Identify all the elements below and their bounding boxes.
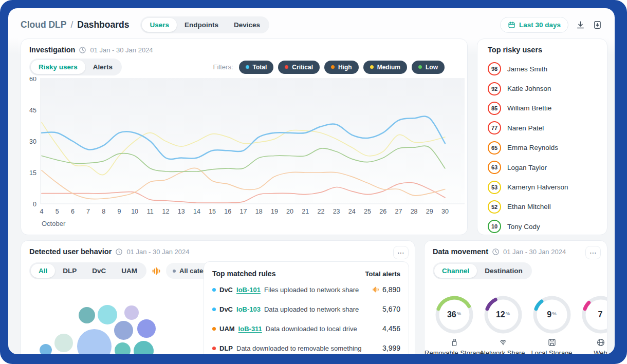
rule-text: Data uploaded to network share: [264, 305, 359, 313]
export-report-button[interactable]: [593, 20, 602, 30]
tab-devices[interactable]: Devices: [226, 18, 268, 32]
top-matched-rules-card: Top matched rules Total alerts DvCIoB-10…: [204, 261, 409, 354]
risky-user-name: Kameryn Halverson: [507, 183, 568, 191]
tab-dlp[interactable]: DLP: [55, 264, 84, 278]
rule-description: DvCIoB-101Files uploaded to network shar…: [212, 286, 359, 294]
date-range-button[interactable]: Last 30 days: [500, 17, 568, 33]
risk-score-badge: 53: [488, 181, 501, 194]
risky-user-row-tony-cody[interactable]: 10Tony Cody: [488, 217, 602, 235]
filter-critical[interactable]: Critical: [278, 61, 320, 74]
filter-medium[interactable]: Medium: [363, 61, 407, 74]
risk-score-badge: 85: [488, 102, 501, 115]
risky-user-row-emma-reynolds[interactable]: 65Emma Reynolds: [488, 138, 602, 158]
risky-user-row-katie-johnson[interactable]: 92Katie Johnson: [488, 79, 602, 98]
equalizer-icon: [152, 266, 161, 276]
rules-title: Top matched rules: [212, 270, 275, 278]
donut-chart: 9%: [532, 295, 571, 334]
tab-alerts[interactable]: Alerts: [85, 60, 120, 74]
removable-storage-icon: [450, 338, 459, 347]
risky-user-name: Tony Cody: [507, 223, 540, 231]
risky-user-name: Katie Johnson: [507, 85, 551, 92]
x-tick-label: 8: [102, 208, 105, 215]
behavior-bubble-5: [98, 305, 117, 324]
behavior-bubble-7: [114, 321, 133, 340]
rule-row-iob-101: DvCIoB-101Files uploaded to network shar…: [204, 280, 409, 299]
equalizer-icon-slot: [152, 266, 161, 276]
risky-user-name: Ethan Mitchell: [507, 203, 551, 210]
brand-cloud-dlp[interactable]: Cloud DLP: [21, 20, 66, 30]
page-frame: Cloud DLP / Dashboards UsersEndpointsDev…: [0, 0, 627, 364]
total-alerts-value: 4,456: [382, 324, 400, 333]
rule-alert-count: 4,456: [378, 324, 400, 333]
filter-label: Medium: [377, 64, 400, 71]
behavior-bubble-8: [137, 319, 156, 338]
filters-row: Filters: TotalCriticalHighMediumLow: [213, 61, 445, 74]
tab-dvc[interactable]: DvC: [84, 264, 114, 278]
tab-uam[interactable]: UAM: [114, 264, 145, 278]
investigation-panel: Investigation 01 Jan - 30 Jan 2024 Risky…: [21, 39, 468, 235]
behavior-bubble-4: [79, 307, 95, 323]
risky-user-name: Emma Reynolds: [507, 144, 558, 151]
tab-users[interactable]: Users: [142, 18, 177, 32]
movement-menu-button[interactable]: ⋯: [585, 246, 601, 259]
page-title: Dashboards: [77, 20, 129, 30]
plot-area: [41, 78, 465, 204]
movement-controls: ChannelDestination: [433, 262, 532, 279]
movement-view-tabs: ChannelDestination: [433, 262, 532, 279]
tab-risky-users[interactable]: Risky users: [31, 60, 85, 74]
x-tick-label: 27: [395, 208, 402, 215]
tab-channel[interactable]: Channel: [434, 264, 477, 278]
filter-low[interactable]: Low: [412, 61, 445, 74]
x-tick-label: 7: [86, 208, 90, 215]
x-tick-label: 12: [162, 208, 170, 215]
download-button[interactable]: [576, 20, 585, 30]
channel-label: Network Share: [481, 349, 525, 354]
x-tick-label: 24: [348, 208, 356, 215]
risky-user-row-william-brettie[interactable]: 85William Brettie: [488, 99, 602, 118]
risky-user-name: Naren Patel: [507, 124, 544, 132]
risky-user-row-james-smith[interactable]: 98James Smith: [488, 59, 602, 79]
rule-text: Data downloaded to removable something: [236, 344, 362, 352]
total-alerts-value: 6,890: [382, 285, 400, 294]
x-tick-label: 25: [364, 208, 371, 215]
channel-label: Web: [594, 349, 607, 354]
rules-total-alerts-column: Total alerts: [365, 270, 400, 278]
rule-id-link-iob-103[interactable]: IoB-103: [236, 305, 261, 313]
app-window: Cloud DLP / Dashboards UsersEndpointsDev…: [8, 8, 615, 354]
export-file-icon: [593, 20, 602, 30]
rule-id-link-iob-311[interactable]: IoB-311: [238, 325, 262, 333]
filter-label: Total: [253, 64, 267, 71]
risk-score-badge: 63: [488, 161, 501, 174]
risk-score-badge: 92: [488, 82, 501, 95]
filter-high[interactable]: High: [324, 61, 359, 74]
behavior-menu-button[interactable]: ⋯: [393, 246, 409, 259]
x-tick-label: 9: [118, 208, 121, 215]
severity-dot: [212, 327, 216, 331]
risky-user-row-ethan-mitchell[interactable]: 52Ethan Mitchell: [488, 197, 602, 217]
channel-label: Local Storage: [531, 349, 572, 354]
total-alerts-value: 3,999: [382, 344, 400, 352]
risky-user-row-naren-patel[interactable]: 77Naren Patel: [488, 118, 602, 138]
topbar: Cloud DLP / Dashboards UsersEndpointsDev…: [21, 15, 602, 34]
x-tick-label: 29: [426, 208, 433, 215]
web-icon: [596, 338, 605, 347]
clock-icon: [79, 46, 86, 54]
filter-dot: [331, 65, 335, 69]
risky-user-row-kameryn-halverson[interactable]: 53Kameryn Halverson: [488, 177, 602, 197]
breadcrumb-divider: /: [70, 20, 73, 30]
tab-endpoints[interactable]: Endpoints: [177, 18, 226, 32]
severity-dot: [212, 288, 216, 292]
movement-date-range: 01 Jan - 30 Jan 2024: [503, 248, 566, 256]
filter-total[interactable]: Total: [239, 61, 274, 74]
date-range-label: Last 30 days: [519, 21, 561, 29]
calendar-icon: [508, 21, 515, 29]
x-tick-label: 14: [193, 208, 200, 215]
risky-user-row-logan-taylor[interactable]: 63Logan Taylor: [488, 158, 602, 177]
behavior-bubble-1: [40, 344, 52, 354]
tab-all[interactable]: All: [31, 264, 55, 278]
rule-description: DLPData downloaded to removable somethin…: [212, 344, 362, 352]
x-tick-label: 26: [379, 208, 386, 215]
rules-list: DvCIoB-101Files uploaded to network shar…: [204, 280, 409, 354]
rule-id-link-iob-101[interactable]: IoB-101: [236, 286, 261, 294]
tab-destination[interactable]: Destination: [477, 264, 530, 278]
